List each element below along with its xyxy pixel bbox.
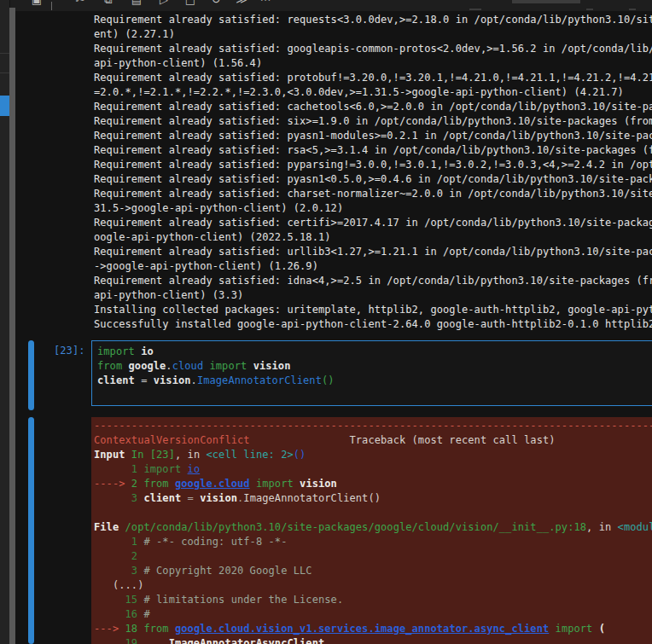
- token: 19: [94, 637, 169, 644]
- token: vision: [300, 478, 337, 490]
- token: ---->: [94, 478, 131, 490]
- token: # -*- coding: utf-8 -*-: [143, 536, 287, 548]
- code-line: from google.cloud import vision: [97, 359, 652, 374]
- token: 16: [94, 608, 143, 620]
- token: import: [256, 478, 300, 490]
- traceback-line: 15 # limitations under the License.: [94, 593, 652, 607]
- token: google: [129, 360, 166, 372]
- traceback-line: 3 # Copyright 2020 Google LLC: [94, 564, 652, 578]
- notebook-editor: ▣✂⧉▤▷□↻≫⋯ Requirement already satisfied:…: [0, 0, 652, 644]
- token: client: [97, 374, 135, 386]
- rail-active-indicator[interactable]: [0, 96, 9, 116]
- token: 18: [125, 623, 144, 635]
- traceback-line: 1 import io: [94, 462, 652, 477]
- rail-divider: [0, 53, 9, 54]
- cut-icon[interactable]: ✂: [73, 0, 87, 7]
- code-cell-focus-bar[interactable]: [28, 340, 34, 410]
- run-all-icon[interactable]: ≫: [235, 0, 248, 7]
- token: 3: [94, 565, 143, 577]
- pip-output-line: Requirement already satisfied: pyparsing…: [94, 158, 652, 172]
- token: google.cloud.vision_v1.services.image_an…: [175, 623, 549, 635]
- pip-output-line: =2.0.*,!=2.1.*,!=2.2.*,!=2.3.0,<3.0.0dev…: [94, 85, 652, 100]
- token: [250, 478, 256, 490]
- token: (...): [94, 579, 143, 591]
- token: # Copyright 2020 Google LLC: [143, 565, 311, 577]
- token: (): [322, 374, 335, 386]
- token: ImageAnnotatorClient: [197, 374, 322, 386]
- token: <cell line: 2>: [207, 449, 294, 461]
- code-line: import io: [97, 345, 652, 359]
- traceback-line: 2: [94, 549, 652, 564]
- run-cell-icon[interactable]: ▷: [157, 0, 171, 7]
- pip-output-line: 31.5->google-api-python-client) (2.0.12): [94, 201, 652, 216]
- pip-output-line: Requirement already satisfied: rsa<5,>=3…: [94, 143, 652, 158]
- token: 15: [94, 594, 143, 606]
- token: [203, 360, 209, 372]
- traceback-line: 16 #: [94, 607, 652, 622]
- toolbar-separator: [51, 2, 52, 10]
- paste-icon[interactable]: ▤: [130, 0, 143, 7]
- rail-divider: [0, 73, 9, 73]
- code-cell-editor[interactable]: import iofrom google.cloud import vision…: [91, 340, 652, 406]
- pip-output-line: Requirement already satisfied: six>=1.9.…: [94, 114, 652, 129]
- traceback-line: ----------------------------------------…: [94, 419, 652, 433]
- token: 3: [94, 492, 143, 504]
- pip-output-line: ->google-api-python-client) (1.26.9): [94, 259, 652, 274]
- pip-output-line: Requirement already satisfied: urllib3<1…: [94, 245, 652, 259]
- token: vision: [200, 492, 237, 504]
- token: import: [210, 360, 247, 372]
- cropped-toolbar-item: [586, 9, 593, 10]
- traceback-line: ContextualVersionConflict Traceback (mos…: [94, 433, 652, 448]
- traceback-line: (...): [94, 578, 652, 593]
- token: io: [135, 345, 154, 357]
- code-line: client = vision.ImageAnnotatorClient(): [97, 374, 652, 388]
- restart-kernel-icon[interactable]: ↻: [209, 0, 223, 7]
- token: 1: [94, 536, 143, 548]
- stop-icon[interactable]: □: [183, 0, 197, 7]
- token: (): [294, 449, 306, 461]
- traceback-line: [94, 506, 652, 520]
- token: import: [556, 623, 599, 635]
- token: cloud: [172, 360, 204, 372]
- cropped-toolbar-item: [629, 9, 636, 10]
- token: =: [188, 492, 201, 504]
- token: [250, 434, 350, 446]
- token: --->: [94, 623, 125, 635]
- more-actions-icon[interactable]: ⋯: [259, 0, 272, 7]
- token: 1: [94, 463, 143, 475]
- token: io: [188, 463, 201, 475]
- token: import: [143, 463, 187, 475]
- left-rail: [0, 0, 9, 644]
- pip-output-line: ent) (2.27.1): [94, 27, 652, 42]
- token: google.cloud: [175, 478, 250, 490]
- token: client: [143, 492, 187, 504]
- pip-output-line: Requirement already satisfied: cachetool…: [94, 100, 652, 114]
- error-traceback-output: ----------------------------------------…: [91, 417, 652, 644]
- token: , in: [175, 449, 207, 461]
- copy-icon[interactable]: ⧉: [102, 0, 115, 7]
- token: from: [143, 478, 175, 490]
- traceback-line: 3 client = vision.ImageAnnotatorClient(): [94, 491, 652, 506]
- token: [122, 360, 128, 372]
- pip-output-line: oogle-api-python-client) (2022.5.18.1): [94, 230, 652, 245]
- token: Traceback (most recent call last): [350, 434, 556, 446]
- output-cell-focus-bar[interactable]: [28, 417, 34, 644]
- token: =: [135, 374, 154, 386]
- token: vision: [247, 360, 290, 372]
- pip-output-line: Requirement already satisfied: pyasn1-mo…: [94, 129, 652, 143]
- cropped-toolbar-item: [469, 9, 481, 10]
- pip-output-line: Requirement already satisfied: charset-n…: [94, 187, 652, 201]
- token: , in: [586, 521, 618, 533]
- vertical-scrollbar[interactable]: [9, 8, 15, 644]
- pip-output-line: Requirement already satisfied: googleapi…: [94, 42, 652, 56]
- token: (: [599, 623, 605, 635]
- notebook-toolbar: ▣✂⧉▤▷□↻≫⋯: [10, 0, 652, 11]
- pip-output-line: Requirement already satisfied: requests<…: [94, 13, 652, 27]
- token: from: [97, 360, 122, 372]
- pip-output-line: api-python-client) (1.56.4): [94, 56, 652, 71]
- pip-output-line: Requirement already satisfied: protobuf!…: [94, 71, 652, 85]
- pip-install-output: Requirement already satisfied: requests<…: [94, 13, 652, 332]
- token: ----------------------------------------…: [94, 420, 652, 432]
- save-icon[interactable]: ▣: [30, 0, 44, 7]
- token: Input: [94, 449, 131, 461]
